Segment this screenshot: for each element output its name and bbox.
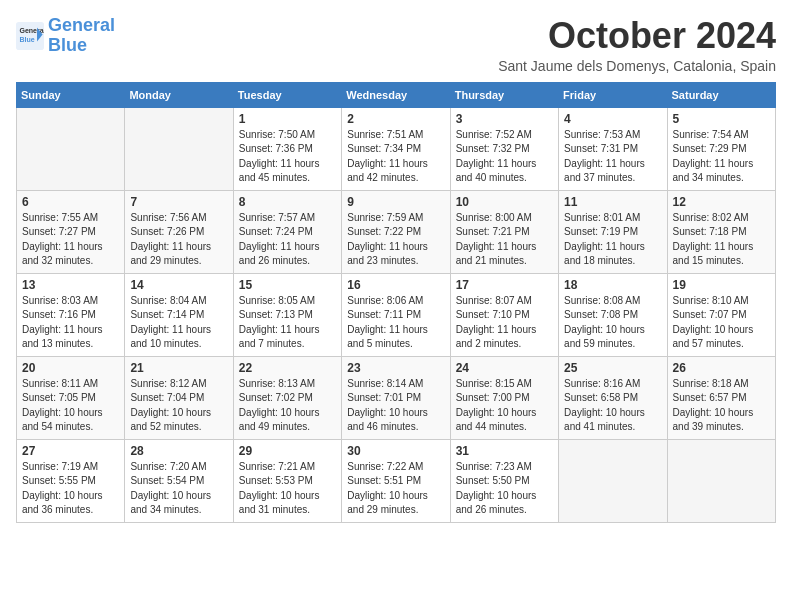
calendar-table: SundayMondayTuesdayWednesdayThursdayFrid… — [16, 82, 776, 523]
calendar-cell: 23Sunrise: 8:14 AMSunset: 7:01 PMDayligh… — [342, 356, 450, 439]
day-number: 10 — [456, 195, 553, 209]
day-header: Saturday — [667, 82, 775, 107]
calendar-cell: 21Sunrise: 8:12 AMSunset: 7:04 PMDayligh… — [125, 356, 233, 439]
calendar-week-row: 13Sunrise: 8:03 AMSunset: 7:16 PMDayligh… — [17, 273, 776, 356]
calendar-cell: 27Sunrise: 7:19 AMSunset: 5:55 PMDayligh… — [17, 439, 125, 522]
calendar-cell: 12Sunrise: 8:02 AMSunset: 7:18 PMDayligh… — [667, 190, 775, 273]
calendar-cell: 22Sunrise: 8:13 AMSunset: 7:02 PMDayligh… — [233, 356, 341, 439]
calendar-cell: 4Sunrise: 7:53 AMSunset: 7:31 PMDaylight… — [559, 107, 667, 190]
calendar-cell: 18Sunrise: 8:08 AMSunset: 7:08 PMDayligh… — [559, 273, 667, 356]
day-info: Sunrise: 7:56 AMSunset: 7:26 PMDaylight:… — [130, 211, 227, 269]
day-number: 25 — [564, 361, 661, 375]
day-header-row: SundayMondayTuesdayWednesdayThursdayFrid… — [17, 82, 776, 107]
calendar-cell — [667, 439, 775, 522]
svg-text:Blue: Blue — [20, 35, 35, 42]
calendar-cell: 1Sunrise: 7:50 AMSunset: 7:36 PMDaylight… — [233, 107, 341, 190]
calendar-cell: 28Sunrise: 7:20 AMSunset: 5:54 PMDayligh… — [125, 439, 233, 522]
calendar-cell: 2Sunrise: 7:51 AMSunset: 7:34 PMDaylight… — [342, 107, 450, 190]
day-info: Sunrise: 7:21 AMSunset: 5:53 PMDaylight:… — [239, 460, 336, 518]
day-info: Sunrise: 8:16 AMSunset: 6:58 PMDaylight:… — [564, 377, 661, 435]
calendar-cell: 14Sunrise: 8:04 AMSunset: 7:14 PMDayligh… — [125, 273, 233, 356]
day-number: 8 — [239, 195, 336, 209]
day-number: 3 — [456, 112, 553, 126]
day-info: Sunrise: 7:51 AMSunset: 7:34 PMDaylight:… — [347, 128, 444, 186]
day-info: Sunrise: 8:05 AMSunset: 7:13 PMDaylight:… — [239, 294, 336, 352]
day-info: Sunrise: 8:15 AMSunset: 7:00 PMDaylight:… — [456, 377, 553, 435]
day-info: Sunrise: 8:02 AMSunset: 7:18 PMDaylight:… — [673, 211, 770, 269]
day-info: Sunrise: 7:59 AMSunset: 7:22 PMDaylight:… — [347, 211, 444, 269]
calendar-cell: 7Sunrise: 7:56 AMSunset: 7:26 PMDaylight… — [125, 190, 233, 273]
day-header: Monday — [125, 82, 233, 107]
day-number: 23 — [347, 361, 444, 375]
day-info: Sunrise: 7:19 AMSunset: 5:55 PMDaylight:… — [22, 460, 119, 518]
day-number: 15 — [239, 278, 336, 292]
calendar-cell: 31Sunrise: 7:23 AMSunset: 5:50 PMDayligh… — [450, 439, 558, 522]
day-number: 6 — [22, 195, 119, 209]
day-number: 7 — [130, 195, 227, 209]
day-info: Sunrise: 7:55 AMSunset: 7:27 PMDaylight:… — [22, 211, 119, 269]
calendar-cell — [559, 439, 667, 522]
title-block: October 2024 Sant Jaume dels Domenys, Ca… — [498, 16, 776, 74]
calendar-week-row: 6Sunrise: 7:55 AMSunset: 7:27 PMDaylight… — [17, 190, 776, 273]
logo-icon: General Blue — [16, 22, 44, 50]
day-info: Sunrise: 8:04 AMSunset: 7:14 PMDaylight:… — [130, 294, 227, 352]
day-number: 12 — [673, 195, 770, 209]
day-info: Sunrise: 8:14 AMSunset: 7:01 PMDaylight:… — [347, 377, 444, 435]
day-number: 30 — [347, 444, 444, 458]
day-info: Sunrise: 7:54 AMSunset: 7:29 PMDaylight:… — [673, 128, 770, 186]
day-number: 13 — [22, 278, 119, 292]
day-number: 18 — [564, 278, 661, 292]
day-number: 21 — [130, 361, 227, 375]
day-number: 5 — [673, 112, 770, 126]
day-number: 16 — [347, 278, 444, 292]
day-info: Sunrise: 7:23 AMSunset: 5:50 PMDaylight:… — [456, 460, 553, 518]
page-header: General Blue General Blue October 2024 S… — [16, 16, 776, 74]
day-number: 11 — [564, 195, 661, 209]
calendar-cell: 16Sunrise: 8:06 AMSunset: 7:11 PMDayligh… — [342, 273, 450, 356]
day-number: 22 — [239, 361, 336, 375]
day-number: 1 — [239, 112, 336, 126]
location-subtitle: Sant Jaume dels Domenys, Catalonia, Spai… — [498, 58, 776, 74]
day-number: 28 — [130, 444, 227, 458]
day-info: Sunrise: 8:06 AMSunset: 7:11 PMDaylight:… — [347, 294, 444, 352]
day-number: 4 — [564, 112, 661, 126]
day-number: 31 — [456, 444, 553, 458]
calendar-cell: 13Sunrise: 8:03 AMSunset: 7:16 PMDayligh… — [17, 273, 125, 356]
day-number: 27 — [22, 444, 119, 458]
calendar-cell: 29Sunrise: 7:21 AMSunset: 5:53 PMDayligh… — [233, 439, 341, 522]
day-number: 14 — [130, 278, 227, 292]
day-header: Thursday — [450, 82, 558, 107]
calendar-cell: 9Sunrise: 7:59 AMSunset: 7:22 PMDaylight… — [342, 190, 450, 273]
calendar-cell: 24Sunrise: 8:15 AMSunset: 7:00 PMDayligh… — [450, 356, 558, 439]
calendar-cell: 5Sunrise: 7:54 AMSunset: 7:29 PMDaylight… — [667, 107, 775, 190]
calendar-cell: 26Sunrise: 8:18 AMSunset: 6:57 PMDayligh… — [667, 356, 775, 439]
day-number: 17 — [456, 278, 553, 292]
day-info: Sunrise: 8:13 AMSunset: 7:02 PMDaylight:… — [239, 377, 336, 435]
day-info: Sunrise: 7:52 AMSunset: 7:32 PMDaylight:… — [456, 128, 553, 186]
calendar-cell: 3Sunrise: 7:52 AMSunset: 7:32 PMDaylight… — [450, 107, 558, 190]
day-info: Sunrise: 8:10 AMSunset: 7:07 PMDaylight:… — [673, 294, 770, 352]
day-info: Sunrise: 7:20 AMSunset: 5:54 PMDaylight:… — [130, 460, 227, 518]
day-info: Sunrise: 8:07 AMSunset: 7:10 PMDaylight:… — [456, 294, 553, 352]
day-info: Sunrise: 8:00 AMSunset: 7:21 PMDaylight:… — [456, 211, 553, 269]
day-number: 19 — [673, 278, 770, 292]
calendar-week-row: 20Sunrise: 8:11 AMSunset: 7:05 PMDayligh… — [17, 356, 776, 439]
day-header: Sunday — [17, 82, 125, 107]
day-number: 20 — [22, 361, 119, 375]
day-info: Sunrise: 7:50 AMSunset: 7:36 PMDaylight:… — [239, 128, 336, 186]
day-header: Friday — [559, 82, 667, 107]
calendar-cell — [125, 107, 233, 190]
day-number: 24 — [456, 361, 553, 375]
calendar-week-row: 27Sunrise: 7:19 AMSunset: 5:55 PMDayligh… — [17, 439, 776, 522]
day-number: 9 — [347, 195, 444, 209]
calendar-cell: 20Sunrise: 8:11 AMSunset: 7:05 PMDayligh… — [17, 356, 125, 439]
day-info: Sunrise: 8:01 AMSunset: 7:19 PMDaylight:… — [564, 211, 661, 269]
calendar-cell: 25Sunrise: 8:16 AMSunset: 6:58 PMDayligh… — [559, 356, 667, 439]
day-info: Sunrise: 8:03 AMSunset: 7:16 PMDaylight:… — [22, 294, 119, 352]
calendar-cell: 8Sunrise: 7:57 AMSunset: 7:24 PMDaylight… — [233, 190, 341, 273]
day-info: Sunrise: 7:53 AMSunset: 7:31 PMDaylight:… — [564, 128, 661, 186]
calendar-cell: 10Sunrise: 8:00 AMSunset: 7:21 PMDayligh… — [450, 190, 558, 273]
day-info: Sunrise: 8:08 AMSunset: 7:08 PMDaylight:… — [564, 294, 661, 352]
day-info: Sunrise: 8:12 AMSunset: 7:04 PMDaylight:… — [130, 377, 227, 435]
calendar-cell: 11Sunrise: 8:01 AMSunset: 7:19 PMDayligh… — [559, 190, 667, 273]
